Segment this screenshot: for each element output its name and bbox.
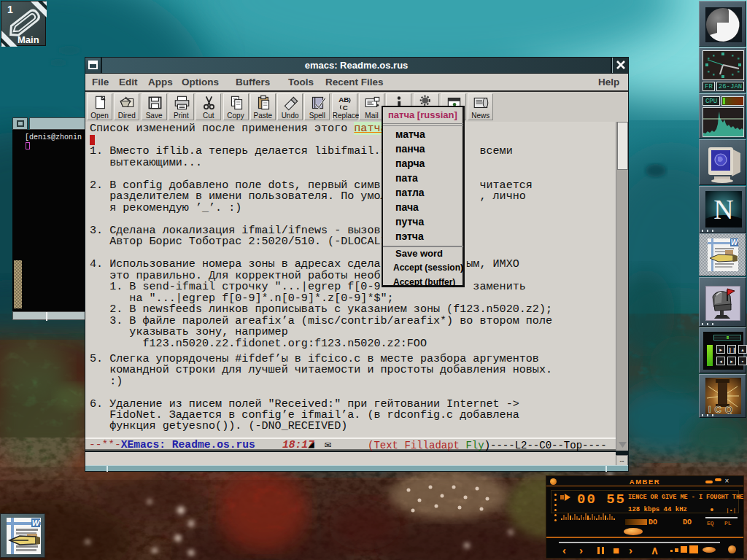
svg-text:N: N [713,194,733,225]
svg-text:ICQ: ICQ [708,404,736,414]
svg-text:C: C [342,104,347,111]
svg-text:AB: AB [338,96,349,104]
svg-text:1: 1 [7,4,13,15]
svg-text:Main: Main [18,34,39,45]
